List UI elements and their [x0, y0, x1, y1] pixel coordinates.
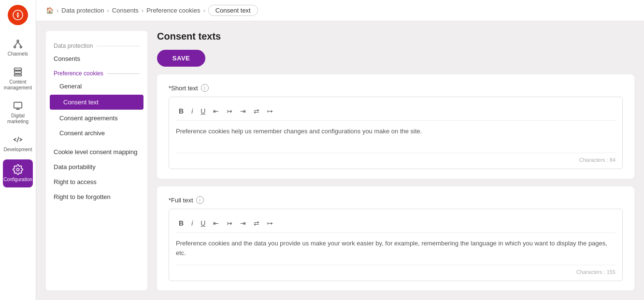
left-panel: Data protection Consents Preference cook… [46, 31, 147, 290]
breadcrumb: 🏠 › Data protection › Consents › Prefere… [36, 0, 644, 21]
config-icon [13, 164, 23, 175]
full-align-right-btn[interactable]: ⇥ [237, 218, 249, 229]
sep3: › [142, 7, 143, 14]
sidebar-item-configuration[interactable]: Configuration [3, 159, 33, 187]
breadcrumb-current: Consent text [208, 5, 258, 16]
short-indent-btn[interactable]: ↦ [264, 106, 276, 116]
full-align-center-btn[interactable]: ↣ [224, 218, 235, 229]
full-italic-btn[interactable]: i [188, 218, 196, 229]
sidebar-item-content-management[interactable]: Content management [0, 62, 36, 96]
full-text-toolbar: B i U ⇤ ↣ ⇥ ⇄ ↦ [176, 215, 615, 233]
section-data-protection: Data protection [46, 39, 147, 51]
short-align-right-btn[interactable]: ⇥ [237, 106, 249, 116]
svg-line-12 [17, 137, 19, 143]
svg-point-1 [17, 40, 19, 42]
full-text-label: *Full text i [169, 196, 623, 204]
full-align-left-btn[interactable]: ⇤ [210, 218, 222, 229]
sidebar-digital-label: Digital marketing [3, 113, 33, 125]
main-area: 🏠 › Data protection › Consents › Prefere… [36, 0, 644, 300]
full-text-editor-box: B i U ⇤ ↣ ⇥ ⇄ ↦ Preference cookies and t… [169, 209, 623, 281]
nav-consents[interactable]: Consents [46, 51, 147, 66]
nav-general[interactable]: General [46, 79, 147, 94]
short-text-char-count: Characters : 84 [176, 153, 615, 163]
breadcrumb-preference-cookies[interactable]: Preference cookies [146, 7, 200, 14]
svg-rect-9 [14, 102, 22, 108]
svg-point-3 [20, 46, 22, 48]
content-area: Data protection Consents Preference cook… [36, 21, 644, 300]
sep4: › [203, 7, 205, 14]
sub-section-preference-cookies: Preference cookies [46, 66, 147, 79]
full-align-justify-btn[interactable]: ⇄ [251, 218, 262, 229]
svg-line-4 [15, 42, 18, 46]
breadcrumb-data-protection[interactable]: Data protection [61, 7, 104, 14]
svg-rect-7 [14, 71, 22, 73]
breadcrumb-consents[interactable]: Consents [112, 7, 139, 14]
sidebar-config-label: Configuration [3, 177, 32, 183]
short-text-content[interactable]: Preference cookies help us remember chan… [176, 125, 615, 149]
svg-rect-8 [14, 74, 22, 76]
short-text-toolbar: B i U ⇤ ↣ ⇥ ⇄ ↦ [176, 103, 615, 121]
nav-consent-text[interactable]: Consent text [50, 95, 143, 110]
nav-cookie-level[interactable]: Cookie level consent mapping [46, 144, 147, 159]
short-align-justify-btn[interactable]: ⇄ [251, 106, 262, 116]
logo-icon [12, 9, 24, 21]
full-text-char-count: Characters : 155 [176, 265, 615, 275]
short-italic-btn[interactable]: i [188, 106, 196, 116]
nav-consent-agreements[interactable]: Consent agreements [46, 111, 147, 126]
sidebar-item-channels[interactable]: Channels [0, 34, 36, 62]
sidebar-dev-label: Development [4, 147, 32, 153]
sep1: › [57, 7, 58, 14]
short-text-info-icon[interactable]: i [201, 84, 209, 92]
full-text-content[interactable]: Preference cookies and the data you prov… [176, 237, 615, 261]
svg-rect-6 [14, 68, 22, 71]
short-text-label: *Short text i [169, 84, 623, 92]
short-bold-btn[interactable]: B [176, 106, 186, 116]
full-indent-btn[interactable]: ↦ [264, 218, 276, 229]
short-underline-btn[interactable]: U [198, 106, 208, 116]
full-underline-btn[interactable]: U [198, 218, 208, 229]
nav-right-to-be-forgotten[interactable]: Right to be forgotten [46, 189, 147, 204]
save-button[interactable]: SAVE [157, 50, 205, 67]
full-text-info-icon[interactable]: i [196, 196, 204, 204]
svg-point-13 [16, 168, 19, 171]
sidebar: Channels Content management Digital mark… [0, 0, 36, 300]
page-title: Consent texts [157, 31, 634, 42]
sidebar-item-development[interactable]: Development [0, 129, 36, 157]
svg-point-2 [14, 46, 16, 48]
short-align-center-btn[interactable]: ↣ [224, 106, 235, 116]
sidebar-item-digital-marketing[interactable]: Digital marketing [0, 96, 36, 129]
home-icon[interactable]: 🏠 [46, 7, 54, 14]
nav-right-to-access[interactable]: Right to access [46, 174, 147, 189]
sidebar-content-label: Content management [3, 79, 33, 91]
content-icon [13, 67, 23, 77]
digital-icon [13, 100, 23, 111]
sep2: › [107, 7, 109, 14]
nav-consent-archive[interactable]: Consent archive [46, 126, 147, 141]
dev-icon [13, 134, 23, 145]
svg-line-5 [18, 42, 21, 46]
full-bold-btn[interactable]: B [176, 218, 186, 229]
full-text-card: *Full text i B i U ⇤ ↣ ⇥ ⇄ ↦ Pr [157, 186, 634, 290]
channels-icon [13, 39, 23, 49]
short-text-editor-box: B i U ⇤ ↣ ⇥ ⇄ ↦ Preference cookies help … [169, 97, 623, 169]
app-logo[interactable] [8, 5, 28, 25]
short-text-card: *Short text i B i U ⇤ ↣ ⇥ ⇄ ↦ P [157, 74, 634, 179]
short-align-left-btn[interactable]: ⇤ [210, 106, 222, 116]
nav-data-portability[interactable]: Data portability [46, 159, 147, 174]
sidebar-channels-label: Channels [8, 51, 28, 57]
right-panel: Consent texts SAVE *Short text i B i U ⇤… [157, 31, 634, 290]
